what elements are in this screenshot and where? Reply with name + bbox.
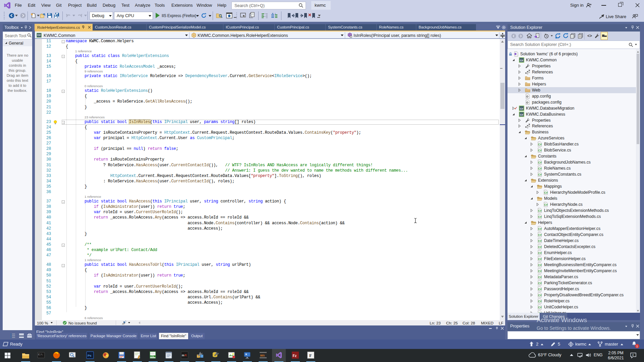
svg-text:C#: C# [538,251,542,255]
svg-text:C#: C# [538,149,542,152]
svg-text:Ps: Ps [88,354,92,357]
svg-text:C#: C# [544,203,548,206]
svg-text:C#: C# [538,269,542,273]
svg-text:C#: C# [520,59,523,62]
svg-text:C#: C# [538,227,542,231]
svg-text:C#: C# [538,257,542,261]
svg-text:C#: C# [538,306,542,309]
svg-text:C#: C# [538,288,542,291]
svg-text:C#: C# [538,294,542,297]
svg-text:C#: C# [538,233,542,237]
svg-text:C#: C# [538,276,542,279]
svg-text:m: m [182,354,184,357]
svg-text:C#: C# [538,173,542,176]
svg-text:C#: C# [544,191,548,194]
svg-text:C#: C# [538,300,542,303]
svg-text:C#: C# [520,107,523,110]
svg-text:321: 321 [260,354,265,357]
svg-text:LITE: LITE [150,355,154,357]
svg-text:Fz: Fz [293,354,297,358]
svg-text:C#: C# [538,143,542,146]
svg-text:C#: C# [538,239,542,243]
svg-text:C#: C# [520,113,523,116]
svg-text:C#: C# [538,282,542,285]
svg-text:C#: C# [538,167,542,170]
svg-text:C#: C# [538,215,542,219]
svg-text:C#: C# [538,161,542,164]
svg-text:C#: C# [538,209,542,213]
svg-text:F: F [309,353,312,358]
svg-text:C#: C# [538,263,542,267]
svg-text:C#: C# [538,245,542,249]
svg-text:C:\: C:\ [38,353,43,356]
svg-text:R: R [185,354,187,357]
svg-text:4: 4 [632,353,634,357]
